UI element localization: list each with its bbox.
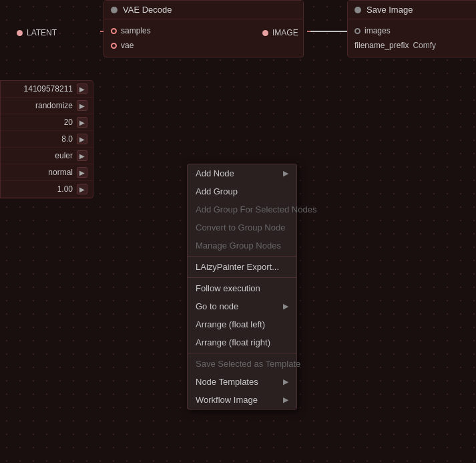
menu-item-node-templates-label: Node Templates xyxy=(196,377,258,387)
port-label-vae: vae xyxy=(121,41,134,50)
menu-item-go-to-node[interactable]: Go to node ▶ xyxy=(188,297,296,315)
port-label-images: images xyxy=(365,26,391,35)
sampler-sampler-value: euler xyxy=(55,151,73,160)
sampler-steps-value: 20 xyxy=(64,118,73,127)
menu-item-workflow-image[interactable]: Workflow Image ▶ xyxy=(188,391,296,409)
sampler-row-scheduler: normal ▶ xyxy=(1,164,93,181)
menu-item-save-template-label: Save Selected as Template xyxy=(196,359,300,369)
filename-prefix-label: filename_prefix xyxy=(354,41,409,50)
menu-item-node-templates[interactable]: Node Templates ▶ xyxy=(188,373,296,391)
menu-item-workflow-image-label: Workflow Image xyxy=(196,395,258,405)
port-dot-images xyxy=(354,28,361,34)
node-save-image-filename: filename_prefix Comfy xyxy=(348,38,476,53)
node-save-image-body: images filename_prefix Comfy xyxy=(348,19,476,57)
menu-item-add-group-selected: Add Group For Selected Nodes xyxy=(188,200,296,218)
menu-item-workflow-image-arrow: ▶ xyxy=(283,396,288,404)
node-save-image-header: Save Image xyxy=(348,1,476,19)
menu-item-follow-execution-label: Follow execution xyxy=(196,283,260,293)
sampler-row-denoise: 1.00 ▶ xyxy=(1,181,93,198)
sampler-denoise-arrow[interactable]: ▶ xyxy=(77,184,87,194)
sampler-seed-arrow[interactable]: ▶ xyxy=(77,84,87,94)
sampler-scheduler-value: normal xyxy=(48,168,73,177)
image-dot xyxy=(262,30,268,36)
menu-separator-3 xyxy=(188,353,296,353)
sampler-control-value: randomize xyxy=(35,101,73,110)
sampler-scheduler-arrow[interactable]: ▶ xyxy=(77,167,87,178)
menu-item-go-to-node-label: Go to node xyxy=(196,301,238,311)
menu-item-go-to-node-arrow: ▶ xyxy=(283,302,288,311)
node-save-image: Save Image images filename_prefix Comfy xyxy=(347,0,476,57)
menu-item-add-node-label: Add Node xyxy=(196,168,234,178)
menu-item-add-node-arrow: ▶ xyxy=(283,169,288,178)
filename-prefix-value: Comfy xyxy=(413,41,436,50)
menu-item-node-templates-arrow: ▶ xyxy=(283,377,288,386)
menu-item-laizy-label: LAizyPainter Export... xyxy=(196,262,279,272)
sampler-sampler-arrow[interactable]: ▶ xyxy=(77,150,87,161)
menu-item-arrange-left[interactable]: Arrange (float left) xyxy=(188,315,296,333)
menu-item-arrange-right-label: Arrange (float right) xyxy=(196,337,270,347)
menu-item-manage-groups-label: Manage Group Nodes xyxy=(196,241,281,251)
node-vae-decode-body: samples vae xyxy=(104,19,303,57)
sampler-row-cfg: 8.0 ▶ xyxy=(1,131,93,148)
menu-separator-2 xyxy=(188,277,296,278)
node-vae-decode-header: VAE Decode xyxy=(104,1,303,19)
menu-item-arrange-left-label: Arrange (float left) xyxy=(196,319,265,329)
menu-item-manage-groups: Manage Group Nodes xyxy=(188,237,296,255)
menu-item-add-group-label: Add Group xyxy=(196,186,238,196)
sampler-row-seed: 14109578211 ▶ xyxy=(1,81,93,98)
node-vae-decode-status-dot xyxy=(111,7,117,13)
menu-item-convert-group-label: Convert to Group Node xyxy=(196,222,285,233)
sampler-row-sampler: euler ▶ xyxy=(1,148,93,164)
context-menu: Add Node ▶ Add Group Add Group For Selec… xyxy=(187,164,297,410)
node-vae-decode-port-vae: vae xyxy=(104,38,303,53)
node-save-image-title: Save Image xyxy=(367,5,413,15)
latent-text: LATENT xyxy=(27,28,57,37)
menu-item-convert-group: Convert to Group Node xyxy=(188,218,296,237)
menu-item-add-group[interactable]: Add Group xyxy=(188,182,296,200)
image-label: IMAGE xyxy=(262,28,298,37)
port-label-samples: samples xyxy=(121,26,151,35)
menu-item-add-node[interactable]: Add Node ▶ xyxy=(188,164,296,182)
sampler-control-arrow[interactable]: ▶ xyxy=(77,100,87,111)
node-vae-decode-title: VAE Decode xyxy=(123,5,172,15)
menu-item-follow-execution[interactable]: Follow execution xyxy=(188,279,296,297)
latent-label: LATENT xyxy=(17,28,57,37)
sampler-row-steps: 20 ▶ xyxy=(1,114,93,131)
sampler-cfg-arrow[interactable]: ▶ xyxy=(77,134,87,144)
node-sampler: 14109578211 ▶ randomize ▶ 20 ▶ 8.0 ▶ eul… xyxy=(0,80,93,198)
node-save-image-port-images: images xyxy=(348,23,476,38)
menu-item-save-template: Save Selected as Template xyxy=(188,355,296,373)
sampler-row-control: randomize ▶ xyxy=(1,98,93,114)
latent-dot xyxy=(17,30,23,36)
menu-item-add-group-selected-label: Add Group For Selected Nodes xyxy=(196,204,316,214)
image-text: IMAGE xyxy=(272,28,298,37)
menu-separator-1 xyxy=(188,256,296,257)
sampler-denoise-value: 1.00 xyxy=(57,184,73,194)
menu-item-laizy[interactable]: LAizyPainter Export... xyxy=(188,258,296,276)
menu-item-arrange-right[interactable]: Arrange (float right) xyxy=(188,333,296,351)
sampler-seed-value: 14109578211 xyxy=(24,84,73,94)
port-dot-vae xyxy=(111,43,117,49)
sampler-cfg-value: 8.0 xyxy=(61,134,73,144)
sampler-steps-arrow[interactable]: ▶ xyxy=(77,117,87,128)
port-dot-samples xyxy=(111,28,117,34)
node-save-image-status-dot xyxy=(354,7,361,13)
